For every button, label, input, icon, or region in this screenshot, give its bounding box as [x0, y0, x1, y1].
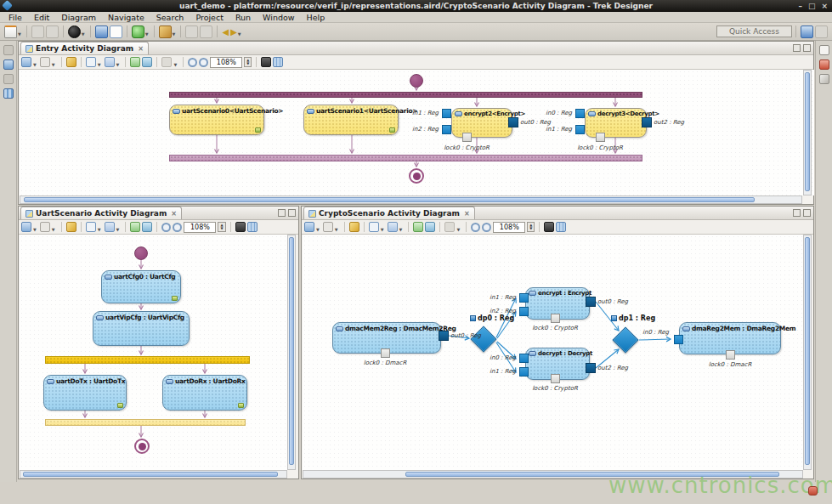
- palette-icon[interactable]: [819, 45, 829, 55]
- select-shape-icon[interactable]: [86, 57, 96, 67]
- maximize-button[interactable]: □: [808, 2, 816, 10]
- snapshot-icon[interactable]: [235, 222, 246, 232]
- chevron-down-icon[interactable]: ▼: [173, 31, 176, 37]
- open-view-icon[interactable]: [95, 25, 108, 38]
- quick-access-input[interactable]: Quick Access: [716, 25, 792, 37]
- import-diagram-icon[interactable]: [425, 222, 435, 232]
- menu-file[interactable]: File: [3, 13, 28, 22]
- zoom-level-input[interactable]: 108%: [493, 222, 525, 233]
- arrange-icon[interactable]: [21, 57, 31, 67]
- vertical-scrollbar[interactable]: [287, 235, 296, 470]
- close-icon[interactable]: ×: [171, 210, 177, 218]
- port-lock0[interactable]: [381, 348, 390, 358]
- scroll-thumb[interactable]: [23, 472, 278, 477]
- menu-help[interactable]: Help: [301, 13, 331, 22]
- scroll-thumb[interactable]: [24, 197, 755, 202]
- chevron-down-icon[interactable]: ▼: [82, 31, 85, 37]
- export-diagram-icon[interactable]: [413, 222, 423, 232]
- zoom-level-input[interactable]: 108%: [210, 57, 242, 68]
- maximize-view-icon[interactable]: [803, 209, 811, 217]
- node-decrypt3[interactable]: decrypt3<Decrypt>: [585, 108, 647, 138]
- zoom-stepper[interactable]: ▲ ▼: [218, 222, 225, 232]
- port-lock0[interactable]: [551, 374, 560, 383]
- spin-down-icon[interactable]: ▼: [529, 227, 532, 230]
- close-icon[interactable]: ×: [138, 45, 144, 53]
- zoom-out-icon[interactable]: [199, 58, 208, 67]
- node-uartVipCfg[interactable]: uartVipCfg : UartVipCfg: [93, 311, 190, 346]
- align-icon[interactable]: [105, 57, 115, 67]
- chevron-down-icon[interactable]: ▼: [381, 227, 384, 232]
- port-lock0[interactable]: [596, 133, 605, 142]
- align-icon[interactable]: [105, 222, 115, 232]
- zoom-out-icon[interactable]: [173, 223, 182, 232]
- initial-node[interactable]: [410, 74, 423, 88]
- arrange-icon[interactable]: [304, 222, 314, 232]
- node-uartScenario0[interactable]: uartScenario0<UartScenario>: [169, 105, 264, 135]
- chevron-down-icon[interactable]: ▼: [238, 31, 241, 37]
- refresh-icon[interactable]: [40, 222, 50, 232]
- document-icon[interactable]: [110, 25, 122, 38]
- port-out2[interactable]: [642, 117, 652, 127]
- select-shape-icon[interactable]: [86, 222, 96, 232]
- run-icon[interactable]: [132, 25, 144, 38]
- entry-canvas[interactable]: uartScenario0<UartScenario> uartScenario…: [20, 70, 814, 195]
- node-uartDoRx[interactable]: uartDoRx : UartDoRx: [162, 375, 247, 411]
- vertical-scrollbar[interactable]: [803, 235, 812, 470]
- port-out2[interactable]: [586, 363, 596, 373]
- port-out0[interactable]: [508, 117, 518, 127]
- outline-view-icon[interactable]: [3, 88, 14, 99]
- port-lock0[interactable]: [462, 133, 472, 142]
- save-icon[interactable]: [31, 25, 44, 38]
- chevron-down-icon[interactable]: ▼: [18, 31, 21, 37]
- maximize-view-icon[interactable]: [288, 209, 296, 217]
- port-out0[interactable]: [586, 297, 596, 307]
- open-perspective-icon[interactable]: [801, 25, 813, 38]
- refresh-icon[interactable]: [40, 57, 50, 67]
- grid-toggle-icon[interactable]: [273, 57, 283, 67]
- chevron-down-icon[interactable]: ▼: [98, 227, 101, 232]
- chevron-down-icon[interactable]: ▼: [33, 62, 37, 67]
- grid-toggle-icon[interactable]: [247, 222, 258, 232]
- model-explorer-icon[interactable]: [3, 59, 14, 70]
- decision-dp0[interactable]: [470, 326, 496, 352]
- menu-run[interactable]: Run: [229, 13, 257, 22]
- chevron-down-icon[interactable]: ▼: [316, 227, 320, 232]
- chevron-down-icon[interactable]: ▼: [116, 227, 120, 232]
- close-icon[interactable]: ×: [464, 210, 470, 218]
- minimize-view-icon[interactable]: [278, 209, 286, 217]
- chevron-down-icon[interactable]: ▼: [335, 227, 338, 232]
- restore-view-icon[interactable]: [3, 45, 14, 55]
- selection-tool-icon[interactable]: [819, 74, 829, 84]
- uart-canvas[interactable]: uartCfg0 : UartCfg uartVipCfg : UartVipC…: [20, 235, 287, 470]
- tab-cryptoscenario-activity-diagram[interactable]: CryptoScenario Activity Diagram ×: [303, 207, 475, 219]
- maximize-view-icon[interactable]: [803, 44, 811, 52]
- node-uartScenario1[interactable]: uartScenario1<UartScenario>: [303, 105, 399, 135]
- scroll-thumb[interactable]: [289, 237, 294, 465]
- final-node[interactable]: [134, 439, 150, 454]
- menu-window[interactable]: Window: [257, 13, 300, 22]
- minimize-button[interactable]: –: [798, 2, 802, 10]
- chevron-down-icon[interactable]: ▼: [52, 62, 55, 67]
- scroll-thumb[interactable]: [805, 72, 810, 191]
- zoom-level-input[interactable]: 108%: [184, 222, 216, 233]
- refresh-icon[interactable]: [323, 222, 333, 232]
- layers-wand-icon[interactable]: [349, 222, 359, 232]
- port-in2[interactable]: [519, 307, 529, 316]
- snapshot-icon[interactable]: [261, 57, 271, 67]
- tab-entry-activity-diagram[interactable]: Entry Activity Diagram ×: [20, 42, 149, 54]
- save-all-icon[interactable]: [46, 25, 59, 38]
- export-diagram-icon[interactable]: [130, 222, 140, 232]
- export-diagram-icon[interactable]: [130, 57, 140, 67]
- zoom-in-icon[interactable]: [188, 58, 197, 67]
- zoom-stepper[interactable]: ▲ ▼: [244, 57, 252, 67]
- port-in1[interactable]: [575, 125, 585, 134]
- fork-bar[interactable]: [45, 356, 250, 364]
- fork-bar[interactable]: [169, 92, 642, 98]
- chevron-down-icon[interactable]: ▼: [98, 62, 101, 67]
- port-in0[interactable]: [519, 354, 529, 363]
- chevron-down-icon[interactable]: ▼: [399, 227, 403, 232]
- wand-icon[interactable]: [159, 25, 172, 38]
- chevron-down-icon[interactable]: ▼: [33, 227, 37, 232]
- select-shape-icon[interactable]: [369, 222, 379, 232]
- new-wizard-icon[interactable]: [4, 25, 17, 38]
